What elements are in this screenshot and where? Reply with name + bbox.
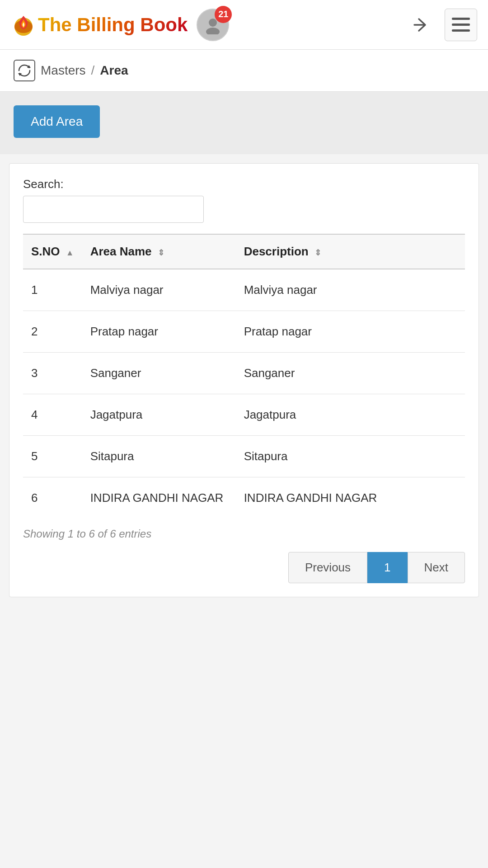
col-sno-label: S.NO: [31, 245, 60, 258]
col-description-label: Description: [244, 245, 309, 258]
search-section: Search:: [23, 177, 465, 223]
cell-description: INDIRA GANDHI NAGAR: [236, 477, 465, 519]
main-content: Search: S.NO ▲ Area Name ⇕ Description ⇕: [9, 163, 479, 597]
cell-sno: 4: [23, 394, 82, 436]
search-label: Search:: [23, 177, 465, 191]
cell-description: Sanganer: [236, 353, 465, 394]
action-bar: Add Area: [0, 92, 488, 154]
breadcrumb-bar: Masters / Area: [0, 50, 488, 92]
breadcrumb-current: Area: [100, 63, 128, 78]
add-area-button[interactable]: Add Area: [14, 105, 100, 138]
cell-sno: 1: [23, 269, 82, 311]
col-areaname-label: Area Name: [90, 245, 152, 258]
col-header-area-name[interactable]: Area Name ⇕: [82, 234, 236, 269]
table-body: 1Malviya nagarMalviya nagar2Pratap nagar…: [23, 269, 465, 519]
data-table: S.NO ▲ Area Name ⇕ Description ⇕ 1Malviy…: [23, 234, 465, 519]
app-title: The Billing Book: [38, 14, 188, 36]
table-footer: Showing 1 to 6 of 6 entries Previous 1 N…: [23, 528, 465, 588]
user-avatar-wrapper[interactable]: 21: [197, 9, 229, 41]
header: The Billing Book 21: [0, 0, 488, 50]
breadcrumb-parent[interactable]: Masters: [41, 63, 86, 78]
table-row: 1Malviya nagarMalviya nagar: [23, 269, 465, 311]
refresh-button[interactable]: [14, 60, 35, 81]
menu-button[interactable]: [445, 9, 477, 41]
next-button[interactable]: Next: [408, 552, 465, 583]
cell-area-name: INDIRA GANDHI NAGAR: [82, 477, 236, 519]
cell-area-name: Sanganer: [82, 353, 236, 394]
refresh-icon: [17, 63, 32, 78]
col-areaname-sort-icon: ⇕: [158, 248, 164, 258]
previous-button[interactable]: Previous: [288, 552, 367, 583]
table-header-row: S.NO ▲ Area Name ⇕ Description ⇕: [23, 234, 465, 269]
cell-sno: 3: [23, 353, 82, 394]
page-1-button[interactable]: 1: [367, 552, 407, 583]
col-header-sno[interactable]: S.NO ▲: [23, 234, 82, 269]
cell-area-name: Sitapura: [82, 436, 236, 477]
cell-description: Jagatpura: [236, 394, 465, 436]
cell-description: Sitapura: [236, 436, 465, 477]
header-right: [407, 9, 477, 41]
pagination-row: Previous 1 Next: [23, 547, 465, 588]
svg-rect-5: [452, 18, 470, 20]
header-left: The Billing Book 21: [11, 9, 229, 41]
notification-badge[interactable]: 21: [215, 6, 232, 23]
logo-wrapper: The Billing Book: [11, 12, 188, 38]
breadcrumb-separator: /: [91, 63, 95, 78]
cell-sno: 5: [23, 436, 82, 477]
cell-area-name: Pratap nagar: [82, 311, 236, 353]
table-row: 2Pratap nagarPratap nagar: [23, 311, 465, 353]
col-header-description[interactable]: Description ⇕: [236, 234, 465, 269]
hamburger-icon: [452, 18, 470, 32]
search-input[interactable]: [23, 196, 204, 223]
svg-rect-7: [452, 29, 470, 32]
logout-button[interactable]: [407, 10, 436, 39]
svg-rect-6: [452, 24, 470, 26]
table-row: 3SanganerSanganer: [23, 353, 465, 394]
cell-area-name: Malviya nagar: [82, 269, 236, 311]
cell-sno: 2: [23, 311, 82, 353]
cell-description: Pratap nagar: [236, 311, 465, 353]
table-row: 6INDIRA GANDHI NAGARINDIRA GANDHI NAGAR: [23, 477, 465, 519]
logout-icon: [412, 15, 431, 34]
showing-text: Showing 1 to 6 of 6 entries: [23, 528, 465, 540]
table-row: 5SitapuraSitapura: [23, 436, 465, 477]
cell-sno: 6: [23, 477, 82, 519]
logo-icon: [11, 12, 36, 38]
cell-area-name: Jagatpura: [82, 394, 236, 436]
svg-point-3: [206, 28, 220, 34]
col-description-sort-icon: ⇕: [314, 248, 321, 258]
col-sno-sort-icon: ▲: [66, 248, 74, 258]
table-row: 4JagatpuraJagatpura: [23, 394, 465, 436]
svg-point-2: [209, 19, 217, 27]
cell-description: Malviya nagar: [236, 269, 465, 311]
table-header: S.NO ▲ Area Name ⇕ Description ⇕: [23, 234, 465, 269]
